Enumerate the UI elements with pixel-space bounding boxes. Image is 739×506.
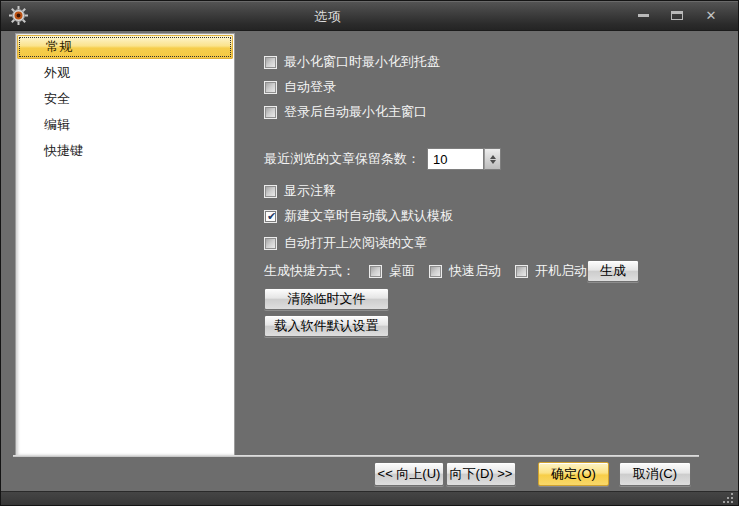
generate-button[interactable]: 生成 xyxy=(587,260,639,282)
checkbox-row-minimize-after-login[interactable]: 登录后自动最小化主窗口 xyxy=(264,103,427,121)
shortcut-option-startup[interactable]: 开机启动 xyxy=(515,262,587,280)
statusbar xyxy=(1,491,738,506)
minimize-button[interactable] xyxy=(630,5,656,25)
checkbox-label: 最小化窗口时最小化到托盘 xyxy=(284,53,440,71)
shortcut-label: 生成快捷方式： xyxy=(264,262,355,280)
recent-articles-row: 最近浏览的文章保留条数： xyxy=(264,148,501,170)
spin-up-icon xyxy=(490,155,496,159)
checkbox-label: 自动登录 xyxy=(284,78,336,96)
checkbox-label: 登录后自动最小化主窗口 xyxy=(284,103,427,121)
checkbox-row-load-default-template[interactable]: 新建文章时自动载入默认模板 xyxy=(264,207,453,225)
recent-articles-input[interactable] xyxy=(427,148,484,170)
cancel-button[interactable]: 取消(C) xyxy=(619,462,691,486)
sidebar-item-appearance[interactable]: 外观 xyxy=(16,60,234,86)
shortcut-row: 生成快捷方式： 桌面 快速启动 开机启动 生成 xyxy=(264,260,630,282)
window-title: 选项 xyxy=(314,8,342,26)
sidebar-item-edit[interactable]: 编辑 xyxy=(16,112,234,138)
load-default-settings-button[interactable]: 载入软件默认设置 xyxy=(264,315,389,337)
close-icon: ✕ xyxy=(706,9,717,22)
sidebar-item-hotkeys[interactable]: 快捷键 xyxy=(16,138,234,164)
shortcut-option-desktop[interactable]: 桌面 xyxy=(369,262,415,280)
checkbox-label: 新建文章时自动载入默认模板 xyxy=(284,207,453,225)
options-dialog: 选项 ✕ 常规 外观 安全 编辑 快捷键 最小化窗口时最小化到托盘 自动登录 登… xyxy=(0,0,739,506)
spin-down-icon xyxy=(490,160,496,164)
shortcut-option-quick-launch[interactable]: 快速启动 xyxy=(429,262,501,280)
checkbox[interactable] xyxy=(515,265,528,278)
checkbox[interactable] xyxy=(264,237,277,250)
app-gear-icon xyxy=(9,6,28,25)
checkbox-label: 显示注释 xyxy=(284,182,336,200)
maximize-button[interactable] xyxy=(664,5,690,25)
checkbox-label: 快速启动 xyxy=(449,262,501,280)
checkbox[interactable] xyxy=(264,210,277,223)
recent-articles-label: 最近浏览的文章保留条数： xyxy=(264,150,420,168)
ok-button[interactable]: 确定(O) xyxy=(538,462,609,486)
titlebar[interactable]: 选项 ✕ xyxy=(1,1,738,31)
checkbox[interactable] xyxy=(264,56,277,69)
clear-temp-files-button[interactable]: 清除临时文件 xyxy=(264,288,389,310)
checkbox-row-show-annotations[interactable]: 显示注释 xyxy=(264,182,336,200)
minimize-icon xyxy=(638,14,649,17)
move-down-button[interactable]: 向下(D) >> xyxy=(446,462,516,486)
spinner-button[interactable] xyxy=(484,148,501,170)
checkbox[interactable] xyxy=(264,81,277,94)
checkbox-label: 开机启动 xyxy=(535,262,587,280)
sidebar-item-security[interactable]: 安全 xyxy=(16,86,234,112)
checkbox-label: 桌面 xyxy=(389,262,415,280)
checkbox[interactable] xyxy=(369,265,382,278)
checkbox[interactable] xyxy=(264,185,277,198)
maximize-icon xyxy=(671,11,683,20)
checkbox-row-minimize-to-tray[interactable]: 最小化窗口时最小化到托盘 xyxy=(264,53,440,71)
checkbox-row-open-last-article[interactable]: 自动打开上次阅读的文章 xyxy=(264,234,427,252)
checkbox-row-auto-login[interactable]: 自动登录 xyxy=(264,78,336,96)
move-up-button[interactable]: << 向上(U) xyxy=(374,462,444,486)
sidebar-item-general[interactable]: 常规 xyxy=(17,35,233,59)
resize-grip-icon[interactable] xyxy=(723,492,735,504)
checkbox[interactable] xyxy=(264,106,277,119)
footer-separator xyxy=(13,455,699,457)
checkbox[interactable] xyxy=(429,265,442,278)
checkbox-label: 自动打开上次阅读的文章 xyxy=(284,234,427,252)
close-button[interactable]: ✕ xyxy=(698,5,724,25)
category-list: 常规 外观 安全 编辑 快捷键 xyxy=(15,33,235,456)
